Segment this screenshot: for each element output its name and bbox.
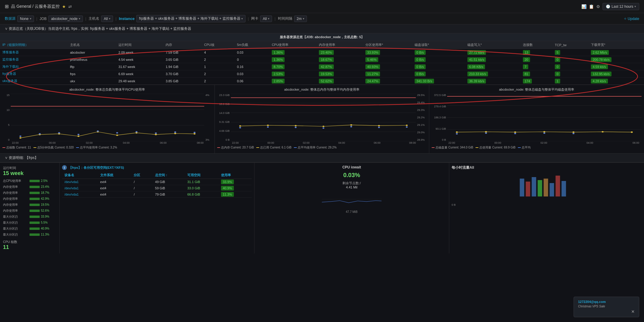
summary-header: ∨ 资源总览（关联JOB项）当前选中主机: frps，实例: frp服务器 + … (0, 24, 644, 33)
table-row[interactable]: ukx服务器 ukx 29.48 week 3.85 GiB 2 0.06 2.… (0, 78, 644, 85)
metric-val-6: 52.6% (41, 208, 56, 213)
disk-x-axis: 22:0000:0002:0004:0006:00 (432, 141, 642, 144)
cell-cpu: 2 (202, 56, 234, 63)
svg-rect-63 (520, 179, 524, 196)
host-label: 主机名 (89, 16, 99, 21)
disk-cell-device: /dev/vda1 (62, 191, 98, 198)
table-title: 服务器资源总览【JOB: abcdocker_node，主机总数: 5】 (280, 35, 365, 39)
metric-label-3: 内存使用率 (3, 190, 28, 196)
mem-x-axis: 22:0000:0002:0004:0006:0008:00 (217, 141, 427, 144)
table-row[interactable]: frp服务器 frps 6.69 week 3.70 GiB 2 0.03 2.… (0, 70, 644, 78)
svg-rect-67 (544, 179, 548, 196)
metric-label-1: 总CPU使用率 (3, 178, 28, 184)
cell-disk-pct: 40.93% (363, 63, 412, 70)
cell-connections: 81 (521, 70, 552, 78)
table-row[interactable]: 海外下载站 lftp 31.67 week 1.94 GiB 1 0.16 8.… (0, 63, 644, 70)
cell-uptime: 2.09 week (116, 49, 163, 56)
update-button[interactable]: ✧ Update (624, 17, 639, 21)
cpu-count-section: CPU 核数 11 (3, 240, 56, 250)
svg-point-18 (78, 134, 79, 135)
table-row[interactable]: 监控服务器 prometheus 4.54 week 3.65 GiB 2 0 … (0, 56, 644, 63)
metric-bar-4 (30, 198, 40, 200)
disk-cell-fs: ext4 (98, 179, 132, 185)
disk-col-total: 总空间 ↑ (153, 172, 185, 179)
source-chevron: ▾ (30, 17, 31, 20)
cell-ip[interactable]: 监控服务器 (0, 56, 68, 63)
source-label: 数据源 (5, 16, 16, 21)
col-hostname: 主机名 (68, 41, 116, 49)
metric-bar-8 (30, 222, 40, 224)
cell-download: 4.59 kb/s (589, 63, 644, 70)
cell-load5m: 0.03 (234, 70, 269, 78)
disk-chart-legend: 总磁盘量 Current: 344.0 GiB 总使用量 Current: 69… (432, 144, 642, 151)
svg-point-57 (456, 133, 458, 135)
interval-select[interactable]: 2m ▾ (294, 16, 307, 22)
metric-bar-9 (30, 227, 40, 230)
disk-table-row[interactable]: /dev/vda1 ext4 / 59 GiB 33.0 GiB 40.9% (62, 185, 252, 191)
metric-bar-3 (30, 192, 40, 194)
cell-cpu-pct: 8.70% (269, 63, 316, 70)
metric-bar-1 (30, 180, 40, 182)
metrics-list: 总CPU使用率 2.5% 内存使用率 23.4% 内存使用率 18.7% 内存使… (3, 178, 56, 237)
cell-ip[interactable]: 海外下载站 (0, 63, 68, 70)
header-right: 📊 📋 ⚙ 🕐 Last 12 hours ▾ (581, 3, 639, 10)
disk-cell-fs: ext4 (98, 185, 132, 191)
cell-cpu: 2 (202, 78, 234, 85)
metric-label-2: 内存使用率 (3, 184, 28, 190)
copy-icon[interactable]: 📋 (589, 4, 594, 9)
summary-header-text: ∨ 资源总览（关联JOB项）当前选中主机: frps，实例: frp服务器 + … (5, 27, 191, 31)
svg-point-22 (155, 132, 157, 134)
cell-disk-pct: 24.47% (363, 78, 412, 85)
mem-y-axis-right: 29.5%29.4%29.3%29.2%29.1%29.0%28.9% (416, 94, 427, 141)
instance-filter[interactable]: frp服务器 + ukx服务器 + 博客服务器 + 海外下载站 + 监控服务器 … (136, 15, 245, 22)
cell-mem-pct: 42.87% (316, 63, 363, 70)
share-icon[interactable]: ⇄ (68, 4, 72, 9)
host-chevron: ▾ (109, 17, 110, 20)
source-select[interactable]: None ▾ (17, 16, 34, 22)
cell-ip[interactable]: ukx服务器 (0, 78, 68, 85)
host-select[interactable]: All ▾ (101, 16, 113, 22)
chart-add-icon[interactable]: 📊 (581, 4, 586, 9)
job-select[interactable]: abcdocker_node ▾ (48, 16, 83, 22)
resource-table-container: 服务器资源总览【JOB: abcdocker_node，主机总数: 5】 IP（… (0, 33, 644, 85)
table-scroll-area[interactable]: 服务器资源总览【JOB: abcdocker_node，主机总数: 5】 IP（… (0, 33, 644, 85)
cell-disk-read: 0 B/s (412, 70, 465, 78)
cpu-iowait-panel: CPU iowait 0.03% 剩余节点数:/ 4.41 Mil 47.7 M… (254, 163, 449, 253)
nic-select[interactable]: All ▾ (260, 16, 272, 22)
metric-bar-7 (30, 216, 40, 218)
cell-disk-read: 0 B/s (412, 63, 465, 70)
disk-cell-fs: ext4 (98, 191, 132, 198)
table-header-row: IP（链接到明细） 主机名 运行时间 内存 CPU核 5m负载 CPU使用率 内… (0, 41, 644, 49)
disk-cell-device: /dev/vda1 (62, 185, 98, 191)
disk-col-device: 设备名 (62, 172, 98, 179)
disk-table-row[interactable]: /dev/vda1 ext4 / 49 GiB 31.1 GiB 33.9% (62, 179, 252, 185)
traffic-panel: 每小时流量All 0 B (449, 163, 644, 253)
disk-col-avail: 可用空间 (185, 172, 219, 179)
cell-cpu-pct: 1.36% (269, 49, 316, 56)
cell-hostname: lftp (68, 63, 116, 70)
settings-icon[interactable]: ⚙ (596, 4, 600, 9)
time-range-button[interactable]: 🕐 Last 12 hours ▾ (603, 3, 639, 10)
disk-cell-device: /dev/vda1 (62, 179, 98, 185)
disk-table-row[interactable]: /dev/vda1 ext4 / 79 GiB 66.8 GiB 11.3% (62, 191, 252, 198)
col-disk-write: 磁盘写入* (465, 41, 521, 49)
cell-ip[interactable]: 博客服务器 (0, 49, 68, 56)
cell-cpu-pct: 1.36% (269, 56, 316, 63)
table-row[interactable]: 博客服务器 abcdocker 2.09 week 7.59 GiB 4 0.0… (0, 49, 644, 56)
table-title-row: 服务器资源总览【JOB: abcdocker_node，主机总数: 5】 (0, 33, 644, 41)
disk-cell-avail: 31.1 GiB (185, 179, 219, 185)
disk-y-axis: 372.5 GiB279.4 GiB186.3 GiB93.1 GiB0 B (432, 94, 447, 141)
metric-val-2: 23.4% (41, 184, 56, 190)
cell-mem-pct: 18.67% (316, 56, 363, 63)
metric-label-6: 内存使用率 (3, 208, 28, 213)
toolbar: 数据源 None ▾ | JOB abcdocker_node ▾ | 主机名 … (0, 13, 644, 24)
cell-ip[interactable]: frp服务器 (0, 70, 68, 78)
cell-disk-write: 41.51 kb/s (465, 56, 521, 63)
nic-chevron: ▾ (268, 17, 269, 20)
disk-cell-usage: 33.9% (219, 179, 252, 185)
disk-col-partition: 分区 (131, 172, 152, 179)
metric-val-5: 19.5% (41, 202, 56, 208)
instance-label: Instance (119, 16, 135, 21)
cell-load5m: 0.03 (234, 49, 269, 56)
star-icon[interactable]: ★ (62, 4, 66, 9)
